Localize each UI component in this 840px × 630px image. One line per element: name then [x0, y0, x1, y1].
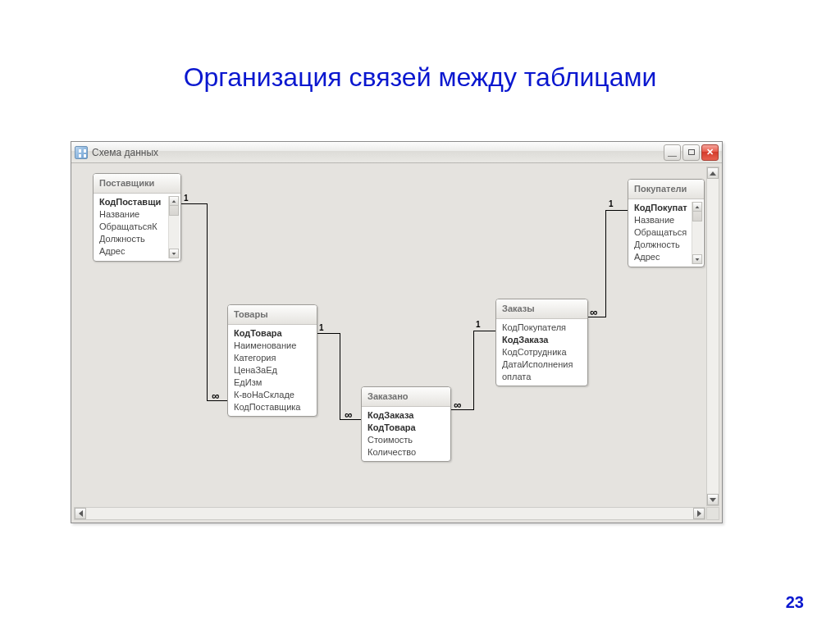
- field[interactable]: К-воНаСкладе: [231, 389, 317, 401]
- field[interactable]: КодПокупателя: [500, 322, 587, 334]
- field[interactable]: КодЗаказа: [500, 334, 587, 346]
- field[interactable]: ЦенаЗаЕд: [231, 364, 317, 377]
- resize-grip[interactable]: [706, 507, 719, 520]
- titlebar[interactable]: Схема данных — ✕: [71, 142, 722, 163]
- relationships-window: Схема данных — ✕ 1 ∞ 1 ∞ ∞: [71, 141, 723, 523]
- field[interactable]: Стоимость: [365, 434, 450, 446]
- table-ordered[interactable]: Заказано КодЗаказа КодТовара Стоимость К…: [361, 386, 451, 462]
- list-scrollbar[interactable]: [692, 202, 703, 264]
- field[interactable]: КодЗаказа: [365, 409, 450, 422]
- field[interactable]: Количество: [365, 446, 450, 459]
- field[interactable]: Категория: [231, 352, 317, 364]
- table-title: Поставщики: [94, 174, 180, 194]
- field[interactable]: оплата: [500, 371, 587, 383]
- field[interactable]: КодПоставщика: [231, 401, 317, 413]
- cardinality-many: ∞: [345, 409, 352, 421]
- cardinality-one: 1: [319, 323, 324, 332]
- table-title: Заказано: [362, 387, 450, 407]
- table-suppliers[interactable]: Поставщики КодПоставщи Название Обращать…: [93, 173, 181, 262]
- diagram-canvas[interactable]: 1 ∞ 1 ∞ ∞ 1 ∞ 1 Поставщики Ко: [75, 167, 705, 506]
- horizontal-scrollbar[interactable]: [74, 507, 705, 520]
- cardinality-one: 1: [184, 194, 189, 203]
- table-customers[interactable]: Покупатели КодПокупат Название Обращатьс…: [628, 179, 705, 267]
- vertical-scrollbar[interactable]: [706, 167, 719, 506]
- table-orders[interactable]: Заказы КодПокупателя КодЗаказа КодСотруд…: [495, 299, 588, 386]
- field[interactable]: КодСотрудника: [500, 346, 587, 358]
- field[interactable]: Наименование: [231, 340, 317, 352]
- cardinality-many: ∞: [212, 390, 219, 402]
- table-products[interactable]: Товары КодТовара Наименование Категория …: [227, 304, 317, 417]
- close-button[interactable]: ✕: [701, 144, 719, 161]
- list-scrollbar[interactable]: [168, 196, 180, 258]
- cardinality-many: ∞: [454, 399, 461, 411]
- table-title: Заказы: [496, 299, 587, 319]
- field[interactable]: КодТовара: [231, 327, 317, 340]
- minimize-button[interactable]: —: [664, 144, 681, 161]
- field[interactable]: КодТовара: [365, 422, 450, 434]
- scroll-left-icon[interactable]: [75, 508, 86, 519]
- scroll-up-icon[interactable]: [707, 167, 719, 179]
- scroll-right-icon[interactable]: [693, 508, 705, 519]
- field[interactable]: ЕдИзм: [231, 377, 317, 389]
- scroll-down-icon[interactable]: [707, 494, 719, 505]
- page-number: 23: [786, 593, 804, 612]
- cardinality-one: 1: [476, 320, 481, 329]
- slide-title: Организация связей между таблицами: [0, 62, 840, 93]
- field[interactable]: ДатаИсполнения: [500, 358, 587, 371]
- maximize-button[interactable]: [682, 144, 700, 161]
- cardinality-many: ∞: [590, 306, 597, 318]
- cardinality-one: 1: [609, 199, 614, 208]
- table-title: Товары: [228, 305, 317, 325]
- client-area: 1 ∞ 1 ∞ ∞ 1 ∞ 1 Поставщики Ко: [71, 163, 722, 523]
- table-title: Покупатели: [628, 180, 704, 199]
- app-icon: [75, 146, 88, 159]
- window-title: Схема данных: [92, 147, 158, 158]
